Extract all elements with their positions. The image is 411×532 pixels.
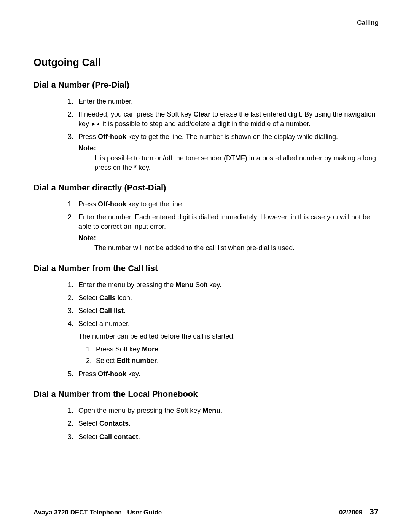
heading-phonebook: Dial a Number from the Local Phonebook bbox=[33, 389, 379, 399]
bold-offhook: Off-hook bbox=[98, 133, 126, 141]
step-text: Select a number. bbox=[78, 320, 130, 328]
step-text: Select bbox=[78, 307, 99, 315]
note-block: Note: The number will not be added to th… bbox=[78, 233, 379, 253]
bold-more: More bbox=[142, 345, 158, 353]
note-block: Note: It is possible to turn on/off the … bbox=[78, 144, 379, 172]
list-item: Enter the number. bbox=[75, 97, 379, 106]
nav-arrows-icon bbox=[91, 119, 101, 128]
running-header: Calling bbox=[33, 19, 379, 27]
step-text: . bbox=[138, 433, 140, 441]
step-text: Open the menu by pressing the Soft key bbox=[78, 407, 202, 414]
step-text: . bbox=[129, 420, 131, 427]
step-text: . bbox=[220, 407, 222, 414]
bold-editnumber: Edit number bbox=[117, 357, 157, 364]
footer-right: 02/2009 37 bbox=[339, 507, 379, 517]
bold-clear: Clear bbox=[193, 110, 210, 118]
step-text: Press bbox=[78, 133, 98, 141]
step-text: Enter the number. Each entered digit is … bbox=[78, 213, 370, 230]
bold-calls: Calls bbox=[99, 294, 116, 302]
bold-calllist: Call list bbox=[99, 307, 124, 315]
list-item: Select Call list. bbox=[75, 306, 379, 315]
step-text: Press bbox=[78, 200, 98, 208]
step-text: key to get the line. The number is shown… bbox=[126, 133, 338, 141]
bold-menu: Menu bbox=[175, 281, 193, 289]
bold-offhook: Off-hook bbox=[98, 370, 126, 378]
footer-doc-title: Avaya 3720 DECT Telephone - User Guide bbox=[33, 509, 162, 516]
step-text: Press bbox=[78, 370, 98, 378]
bold-callcontact: Call contact bbox=[99, 433, 138, 441]
step-text: . bbox=[124, 307, 126, 315]
calllist-steps: Enter the menu by pressing the Menu Soft… bbox=[33, 280, 379, 379]
heading-predial: Dial a Number (Pre-Dial) bbox=[33, 80, 379, 90]
bold-offhook: Off-hook bbox=[98, 200, 126, 208]
footer-date: 02/2009 bbox=[339, 509, 362, 516]
step-subpara: The number can be edited before the call… bbox=[78, 332, 379, 341]
footer-page-number: 37 bbox=[370, 507, 379, 517]
step-text: Select bbox=[78, 433, 99, 441]
note-text: key. bbox=[137, 164, 151, 171]
list-item: Enter the menu by pressing the Menu Soft… bbox=[75, 280, 379, 289]
page-title: Outgoing Call bbox=[33, 57, 379, 69]
note-body: The number will not be added to the call… bbox=[94, 243, 379, 252]
section-rule bbox=[33, 49, 209, 49]
page-content: Outgoing Call Dial a Number (Pre-Dial) E… bbox=[33, 49, 379, 499]
note-label: Note: bbox=[78, 144, 379, 153]
list-item: Select Contacts. bbox=[75, 419, 379, 428]
step-text: key to get the line. bbox=[126, 200, 184, 208]
step-text: Enter the number. bbox=[78, 97, 133, 105]
step-text: Enter the menu by pressing the bbox=[78, 281, 175, 289]
list-item: Press Off-hook key. bbox=[75, 369, 379, 379]
list-item: Select Edit number. bbox=[94, 356, 379, 365]
note-body: It is possible to turn on/off the tone s… bbox=[94, 153, 379, 172]
list-item: Enter the number. Each entered digit is … bbox=[75, 212, 379, 252]
list-item: Select Call contact. bbox=[75, 432, 379, 441]
page: Calling Outgoing Call Dial a Number (Pre… bbox=[0, 0, 411, 532]
step-text: Select bbox=[78, 420, 99, 427]
phonebook-steps: Open the menu by pressing the Soft key M… bbox=[33, 406, 379, 441]
list-item: Open the menu by pressing the Soft key M… bbox=[75, 406, 379, 415]
list-item: Press Soft key More bbox=[94, 345, 379, 354]
predial-steps: Enter the number. If needed, you can pre… bbox=[33, 97, 379, 172]
list-item: Select a number. The number can be edite… bbox=[75, 319, 379, 365]
bold-contacts: Contacts bbox=[99, 420, 129, 427]
step-text: . bbox=[157, 357, 159, 364]
calllist-nested-steps: Press Soft key More Select Edit number. bbox=[78, 345, 379, 366]
step-text: it is possible to step and add/delete a … bbox=[101, 120, 311, 128]
svg-marker-1 bbox=[97, 123, 99, 126]
header-section: Calling bbox=[357, 19, 379, 26]
postdial-steps: Press Off-hook key to get the line. Ente… bbox=[33, 200, 379, 252]
list-item: If needed, you can press the Soft key Cl… bbox=[75, 110, 379, 128]
note-label: Note: bbox=[78, 233, 379, 243]
heading-postdial: Dial a Number directly (Post-Dial) bbox=[33, 183, 379, 193]
heading-calllist: Dial a Number from the Call list bbox=[33, 264, 379, 273]
step-text: Soft key. bbox=[193, 281, 221, 289]
svg-marker-0 bbox=[92, 123, 95, 126]
step-text: Select bbox=[96, 357, 117, 364]
list-item: Press Off-hook key to get the line. The … bbox=[75, 132, 379, 172]
step-text: icon. bbox=[116, 294, 132, 302]
step-text: Select bbox=[78, 294, 99, 302]
page-footer: Avaya 3720 DECT Telephone - User Guide 0… bbox=[33, 499, 379, 517]
step-text: key. bbox=[126, 370, 140, 378]
list-item: Select Calls icon. bbox=[75, 293, 379, 302]
step-text: Press Soft key bbox=[96, 345, 142, 353]
bold-menu: Menu bbox=[202, 407, 220, 414]
step-text: If needed, you can press the Soft key bbox=[78, 110, 193, 118]
list-item: Press Off-hook key to get the line. bbox=[75, 200, 379, 209]
